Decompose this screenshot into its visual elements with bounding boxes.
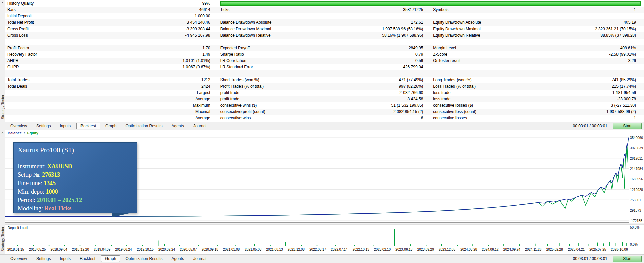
deposit-bar xyxy=(373,245,373,246)
stat-label: Recovery Factor xyxy=(7,51,37,58)
stat-pair: loss trade-23 000.78 xyxy=(431,96,644,102)
stat-value: 1 907 588.96 (58.16%) xyxy=(382,26,423,32)
stat-label: Expected Payoff xyxy=(220,45,250,51)
stat-pair: LR Correlation0.59 xyxy=(218,58,431,64)
stat-label: Total Deals xyxy=(7,83,27,90)
deposit-bar xyxy=(503,244,504,246)
deposit-scale-top: 50.0% xyxy=(630,226,639,229)
stat-pair: consecutive profit (count)2 082 854.15 (… xyxy=(218,109,431,115)
info-line-value: 2018.01 – 2025.12 xyxy=(37,197,82,203)
tab-journal[interactable]: Journal xyxy=(189,256,211,262)
stat-pair xyxy=(431,64,644,70)
deposit-bar xyxy=(335,245,336,246)
graph-panel: × Strategy Tester Balance / Equity 35400… xyxy=(0,130,644,254)
deposit-bar xyxy=(49,245,49,246)
stats-row: Gross Loss-4 945 167.98Balance Drawdown … xyxy=(5,32,644,39)
y-axis-label: 2147984 xyxy=(630,167,643,171)
tab-journal[interactable]: Journal xyxy=(189,123,211,129)
deposit-bar xyxy=(472,244,473,246)
deposit-bar xyxy=(164,244,165,246)
tab-optimization-results[interactable]: Optimization Results xyxy=(121,123,167,129)
tab-inputs[interactable]: Inputs xyxy=(55,123,75,129)
close-icon[interactable]: × xyxy=(1,130,3,136)
stat-value: 88.85% (37 398.28) xyxy=(601,32,636,39)
x-axis-label: 2023.09.29 xyxy=(417,248,434,252)
stat-label: Long Trades (won %) xyxy=(433,77,471,83)
stats-row: Maximumconsecutive wins ($)51 (1 532 199… xyxy=(5,102,644,109)
tab-optimization-results[interactable]: Optimization Results xyxy=(121,256,167,262)
tab-settings[interactable]: Settings xyxy=(32,123,55,129)
x-axis-label: 2019.10.15 xyxy=(137,248,154,252)
info-box-line: Fine tune: 1345 xyxy=(18,179,137,188)
tab-graph[interactable]: Graph xyxy=(101,123,121,129)
stats-row xyxy=(5,70,644,77)
x-axis-label: 2021.12.08 xyxy=(288,248,305,252)
top-tab-bar: OverviewSettingsInputsBacktestGraphOptim… xyxy=(0,122,644,130)
stat-label: consecutive losses xyxy=(433,115,467,121)
stat-pair: Average xyxy=(5,96,218,102)
stat-label: consecutive wins xyxy=(220,115,251,121)
x-axis-label: 2022.03.17 xyxy=(309,248,326,252)
stat-value: 8 399 308.44 xyxy=(187,26,210,32)
tab-inputs[interactable]: Inputs xyxy=(55,256,75,262)
stat-value: 8 424.58 xyxy=(408,96,423,102)
stat-value: 99% xyxy=(202,0,210,7)
stat-value: 2424 xyxy=(201,83,210,90)
stat-value: 1 xyxy=(634,115,636,121)
stat-value: 3.26 xyxy=(628,58,636,64)
stat-pair: Symbols1 xyxy=(431,7,644,13)
tab-overview[interactable]: Overview xyxy=(6,123,32,129)
stat-value: 3 454 140.46 xyxy=(187,19,210,26)
stat-value: Maximal xyxy=(195,109,210,115)
strategy-tester-label: Strategy Tester xyxy=(1,95,5,119)
stat-value: Maximum xyxy=(193,102,210,109)
stat-pair: Z-Score-2.58 (99.01%) xyxy=(431,51,644,58)
stats-row: GHPR1.0067 (0.67%)LR Standard Error426 7… xyxy=(5,64,644,70)
info-line-value: 1345 xyxy=(44,180,56,187)
start-button[interactable]: Start xyxy=(613,123,642,129)
tab-agents[interactable]: Agents xyxy=(167,123,189,129)
deposit-bar xyxy=(603,243,604,246)
start-button[interactable]: Start xyxy=(613,256,642,262)
stat-pair xyxy=(218,13,431,19)
x-axis-label: 2023.02.10 xyxy=(374,248,391,252)
deposit-bar xyxy=(547,244,548,246)
tab-graph[interactable]: Graph xyxy=(101,255,120,262)
strategy-tester-side-strip-bottom: × Strategy Tester xyxy=(0,130,5,254)
close-icon[interactable]: × xyxy=(1,0,3,6)
stat-label: consecutive wins ($) xyxy=(220,102,257,109)
stat-label: Sharpe Ratio xyxy=(220,51,244,58)
x-axis-label: 2020.02.24 xyxy=(158,248,175,252)
x-axis-label: 2018.09.04 xyxy=(51,248,67,252)
horizontal-splitter[interactable] xyxy=(5,223,644,225)
info-box-line: Instrument: XAUUSD xyxy=(18,162,137,171)
stat-value: 1.0101 (1.01%) xyxy=(183,58,210,64)
deposit-load-chart: Deposit Load xyxy=(5,225,629,247)
y-axis-label: 1683956 xyxy=(630,177,643,181)
stat-pair: AHPR1.0101 (1.01%) xyxy=(5,58,218,64)
strategy-tester-window: × Strategy Tester History Quality 99% Ba… xyxy=(0,0,644,263)
tab-overview[interactable]: Overview xyxy=(6,256,32,262)
info-line-label: Setup №: xyxy=(18,171,42,178)
deposit-bar xyxy=(64,245,65,246)
deposit-bar xyxy=(588,244,588,246)
stats-row: Initial Deposit1 000.00 xyxy=(5,13,644,19)
stat-label: Equity Drawdown Maximal xyxy=(433,26,480,32)
stat-label: Balance Drawdown Relative xyxy=(220,32,271,39)
stat-label: Margin Level xyxy=(433,45,456,51)
tab-backtest[interactable]: Backtest xyxy=(75,256,100,262)
stat-value: 426 799.04 xyxy=(403,64,423,70)
stat-value: 1 xyxy=(634,7,636,13)
tab-agents[interactable]: Agents xyxy=(167,256,189,262)
stat-value: -1 907 588.96 (2) xyxy=(605,109,636,115)
stat-value: Average xyxy=(195,96,210,102)
y-axis-label: -172155 xyxy=(630,219,642,223)
stat-label: Loss Trades (% of total) xyxy=(433,83,476,90)
x-axis-label: 2020.05.07 xyxy=(180,248,197,252)
backtest-results-panel: × Strategy Tester History Quality 99% Ba… xyxy=(0,0,644,122)
strategy-tester-label: Strategy Tester xyxy=(1,227,5,252)
tab-backtest[interactable]: Backtest xyxy=(76,123,100,129)
x-axis-label: 2023.12.05 xyxy=(439,248,455,252)
stat-label: Gross Loss xyxy=(7,32,28,39)
tab-settings[interactable]: Settings xyxy=(32,256,55,262)
